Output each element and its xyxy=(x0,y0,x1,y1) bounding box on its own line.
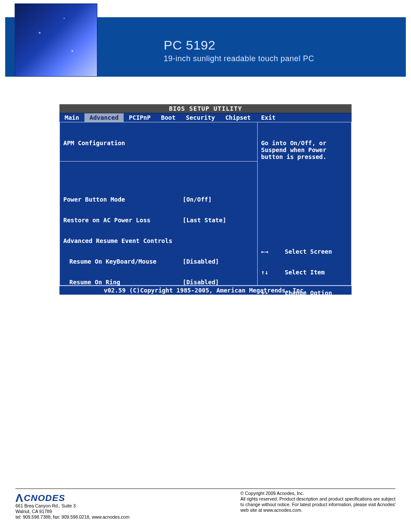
setting-row[interactable]: Resume On RTC Alarm [Disabled] xyxy=(63,320,254,327)
nav-key-row: F10Save and Exit xyxy=(261,331,348,338)
company-logo: ΛCNODES xyxy=(16,491,188,504)
tab-boot[interactable]: Boot xyxy=(156,113,181,122)
section-title: APM Configuration xyxy=(63,140,254,146)
nav-action: Exit xyxy=(285,352,299,358)
help-text: Go into On/Off, or Suspend when Power bu… xyxy=(261,140,348,160)
nav-action: Select Screen xyxy=(285,248,332,255)
setting-label: Resume On PCIE xyxy=(63,299,183,306)
setting-value: [Last State] xyxy=(183,217,226,224)
setting-row[interactable]: Resume On PCIE [Enabled] xyxy=(63,299,254,306)
page-footer: ΛCNODES 661 Brea Canyon Rd., Suite 3 Wal… xyxy=(16,488,395,520)
contact-line: tel: 909.598.7388, fax: 909.598.0218, ww… xyxy=(16,514,188,520)
arrows-ud-icon: ↑↓ xyxy=(261,269,285,276)
legal-line: All rights reserved. Product description… xyxy=(240,496,395,513)
nav-key-row: ←→Select Screen xyxy=(261,248,348,255)
key-label: ESC xyxy=(261,352,285,358)
nav-action: General Help xyxy=(285,310,328,317)
address-line: 661 Brea Canyon Rd., Suite 3 xyxy=(16,503,188,509)
setting-label: Resume On KeyBoard/Mouse xyxy=(63,258,183,265)
page-banner: PC 5192 19-inch sunlight readable touch … xyxy=(5,3,406,77)
bios-help-pane: Go into On/Off, or Suspend when Power bu… xyxy=(258,122,352,286)
setting-label: Restore on AC Power Loss xyxy=(63,217,183,224)
setting-label: Resume On RTC Alarm xyxy=(63,320,183,327)
key-label: F1 xyxy=(261,310,285,317)
nav-key-row: F1General Help xyxy=(261,310,348,317)
tab-pcipnp[interactable]: PCIPnP xyxy=(124,113,156,122)
setting-row[interactable]: Resume On Ring [Disabled] xyxy=(63,279,254,286)
tab-advanced[interactable]: Advanced xyxy=(84,113,124,122)
setting-row[interactable]: Power Button Mode [On/Off] xyxy=(63,196,254,203)
tab-security[interactable]: Security xyxy=(181,113,220,122)
setting-value: [Disabled] xyxy=(183,320,219,327)
setting-row[interactable]: Resume On KeyBoard/Mouse [Disabled] xyxy=(63,258,254,265)
bios-window-title: BIOS SETUP UTILITY xyxy=(59,104,352,113)
banner-image xyxy=(15,3,97,77)
logo-icon: Λ xyxy=(16,492,23,505)
key-label: F10 xyxy=(261,331,285,338)
nav-key-row: ↑↓Select Item xyxy=(261,269,348,276)
setting-value: [On/Off] xyxy=(183,196,212,203)
tab-chipset[interactable]: Chipset xyxy=(220,113,256,122)
footer-divider xyxy=(16,488,395,489)
nav-key-row: ESCExit xyxy=(261,352,348,358)
tab-main[interactable]: Main xyxy=(59,113,84,122)
setting-label: Resume On Ring xyxy=(63,279,183,286)
bios-settings-pane: APM Configuration Power Button Mode [On/… xyxy=(59,122,258,286)
logo-text: CNODES xyxy=(24,493,65,503)
arrows-lr-icon: ←→ xyxy=(261,248,285,255)
product-title: PC 5192 xyxy=(164,38,215,53)
address-line: Walnut, CA 91789 xyxy=(16,509,188,514)
bios-tab-bar: Main Advanced PCIPnP Boot Security Chips… xyxy=(59,113,352,122)
setting-row[interactable]: Restore on AC Power Loss [Last State] xyxy=(63,217,254,224)
tab-exit[interactable]: Exit xyxy=(256,113,281,122)
setting-label: Power Button Mode xyxy=(63,196,183,203)
setting-value: [Disabled] xyxy=(183,258,219,265)
product-subtitle: 19-inch sunlight readable touch panel PC xyxy=(164,54,314,63)
bios-screenshot: BIOS SETUP UTILITY Main Advanced PCIPnP … xyxy=(59,104,352,295)
setting-value: [Disabled] xyxy=(183,279,219,286)
subsection-title: Advanced Resume Event Controls xyxy=(63,237,254,244)
nav-action: Select Item xyxy=(285,269,325,276)
copyright-line: © Copyright 2009 Acnodes, Inc. xyxy=(240,491,395,496)
setting-value: [Enabled] xyxy=(183,299,215,306)
nav-action: Save and Exit xyxy=(285,331,332,338)
